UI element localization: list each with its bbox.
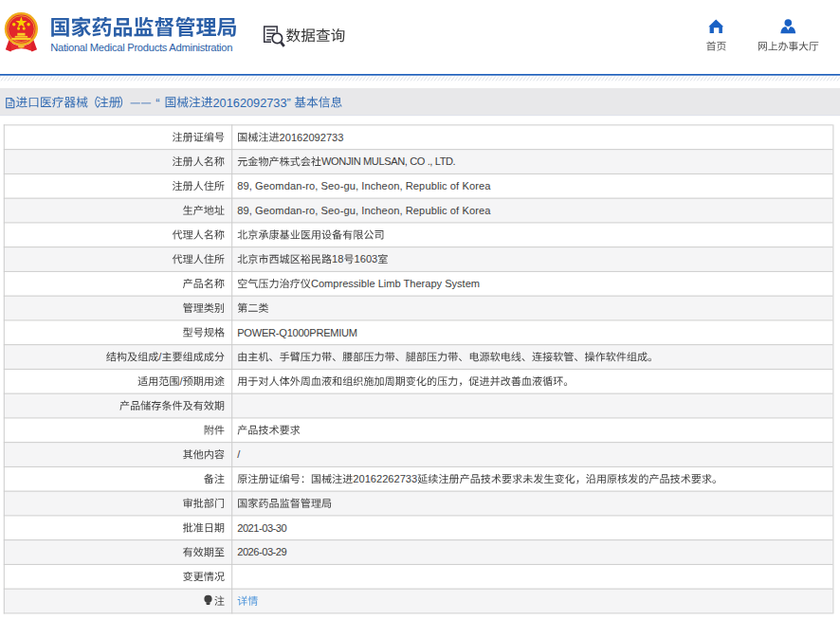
svg-text:2021-03-30: 2021-03-30 [237, 522, 287, 534]
svg-text:18: 18 [332, 253, 343, 264]
svg-text:20162092733: 20162092733 [213, 96, 287, 110]
svg-text:WONJIN MULSAN, CO ., LTD.: WONJIN MULSAN, CO ., LTD. [321, 155, 456, 167]
svg-text:2026-03-29: 2026-03-29 [237, 546, 287, 557]
svg-text:20162262733: 20162262733 [353, 473, 417, 484]
svg-text:POWER-Q1000PREMIUM: POWER-Q1000PREMIUM [237, 327, 357, 338]
svg-text:“: “ [155, 96, 159, 110]
svg-text:National Medical Products Admi: National Medical Products Administration [50, 42, 232, 53]
svg-text:89, Geomdan-ro, Seo-gu, Incheo: 89, Geomdan-ro, Seo-gu, Incheon, Republi… [237, 205, 491, 216]
svg-text:1603: 1603 [355, 253, 378, 264]
svg-text:”: ” [287, 96, 291, 110]
svg-text:89, Geomdan-ro, Seo-gu, Incheo: 89, Geomdan-ro, Seo-gu, Incheon, Republi… [237, 180, 491, 191]
svg-text:Compressible Limb Therapy Syst: Compressible Limb Therapy System [311, 278, 480, 289]
svg-text:20162092733: 20162092733 [280, 132, 344, 143]
